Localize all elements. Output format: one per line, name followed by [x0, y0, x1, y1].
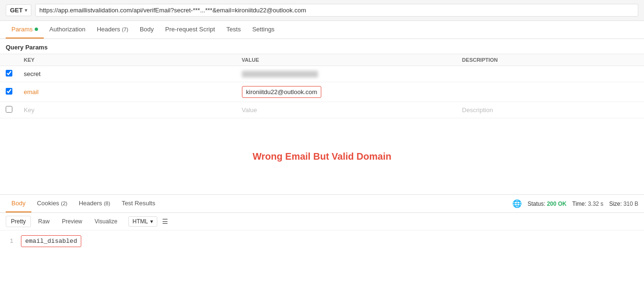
- tab-authorization[interactable]: Authorization: [44, 21, 91, 38]
- url-input[interactable]: [35, 4, 638, 17]
- chevron-down-icon: ▾: [150, 218, 153, 225]
- key-placeholder: Key: [18, 102, 236, 118]
- globe-icon: 🌐: [512, 199, 522, 208]
- code-line: 1 email_disabled: [6, 235, 638, 247]
- format-tab-raw[interactable]: Raw: [33, 216, 55, 227]
- request-tabs: Params Authorization Headers (7) Body Pr…: [0, 21, 644, 39]
- key-email: email: [18, 82, 236, 102]
- method-label: GET: [10, 7, 23, 14]
- tab-prerequest-label: Pre-request Script: [165, 26, 215, 33]
- tab-headers-label: Headers (7): [97, 26, 128, 33]
- desc-placeholder: Description: [456, 102, 644, 118]
- tab-prerequest[interactable]: Pre-request Script: [160, 21, 221, 38]
- main-content: Wrong Email But Valid Domain: [0, 118, 644, 194]
- tab-settings-label: Settings: [252, 26, 275, 33]
- format-tab-preview[interactable]: Preview: [57, 216, 87, 227]
- tab-tests-label: Tests: [226, 26, 240, 33]
- table-row: secret: [0, 66, 644, 82]
- time-value: 3.32 s: [588, 201, 604, 207]
- params-table: KEY VALUE DESCRIPTION secret email: [0, 54, 644, 118]
- col-header-description: DESCRIPTION: [456, 54, 644, 66]
- size-value: 310 B: [624, 201, 638, 207]
- response-tab-cookies[interactable]: Cookies (2): [31, 195, 73, 212]
- format-type-select[interactable]: HTML ▾: [128, 216, 157, 227]
- response-tab-testresults[interactable]: Test Results: [116, 195, 161, 212]
- code-content-highlighted: email_disabled: [21, 235, 81, 247]
- status-ok: 200 OK: [547, 201, 567, 207]
- format-tab-pretty[interactable]: Pretty: [6, 216, 31, 227]
- url-bar: GET ▾: [0, 0, 644, 21]
- value-secret: [236, 66, 457, 82]
- key-secret: secret: [18, 66, 236, 82]
- status-label: Status: 200 OK: [528, 201, 567, 207]
- tab-params-label: Params: [11, 26, 33, 33]
- checkbox-secret[interactable]: [6, 70, 12, 77]
- size-label: Size: 310 B: [609, 201, 638, 207]
- tab-authorization-label: Authorization: [49, 26, 86, 33]
- method-select[interactable]: GET ▾: [6, 4, 31, 16]
- checkbox-email[interactable]: [6, 88, 12, 95]
- line-number: 1: [6, 238, 13, 245]
- email-value-highlighted: kironiitdu22@outlook.com: [242, 86, 322, 98]
- table-row: email kironiitdu22@outlook.com: [0, 82, 644, 102]
- params-dot: [35, 28, 38, 31]
- format-tab-visualize[interactable]: Visualize: [89, 216, 123, 227]
- format-tabs: Pretty Raw Preview Visualize HTML ▾ ☰: [0, 213, 644, 230]
- row-check-secret[interactable]: [0, 66, 18, 82]
- tab-body-label: Body: [140, 26, 154, 33]
- tab-headers[interactable]: Headers (7): [91, 21, 134, 38]
- col-header-value: VALUE: [236, 54, 457, 66]
- row-check-new[interactable]: [0, 102, 18, 118]
- response-tabs: Body Cookies (2) Headers (8) Test Result…: [0, 195, 644, 213]
- code-area: 1 email_disabled: [0, 230, 644, 252]
- tab-settings[interactable]: Settings: [247, 21, 280, 38]
- time-label: Time: 3.32 s: [572, 201, 604, 207]
- table-row: Key Value Description: [0, 102, 644, 118]
- response-status-bar: 🌐 Status: 200 OK Time: 3.32 s Size: 310 …: [512, 199, 638, 208]
- value-placeholder: Value: [236, 102, 457, 118]
- tab-tests[interactable]: Tests: [221, 21, 246, 38]
- checkbox-new[interactable]: [6, 106, 12, 113]
- response-section: Body Cookies (2) Headers (8) Test Result…: [0, 194, 644, 252]
- wrap-icon[interactable]: ☰: [162, 218, 168, 225]
- chevron-down-icon: ▾: [25, 8, 27, 13]
- response-tab-body[interactable]: Body: [6, 195, 31, 212]
- response-tab-headers[interactable]: Headers (8): [73, 195, 116, 212]
- desc-secret: [456, 66, 644, 82]
- query-params-title: Query Params: [0, 39, 644, 54]
- col-header-key: KEY: [18, 54, 236, 66]
- col-header-check: [0, 54, 18, 66]
- main-message: Wrong Email But Valid Domain: [253, 151, 392, 162]
- tab-params[interactable]: Params: [6, 21, 44, 38]
- secret-value-blurred: [242, 71, 318, 77]
- html-select-label: HTML: [133, 218, 148, 225]
- headers-badge: (7): [122, 27, 128, 32]
- row-check-email[interactable]: [0, 82, 18, 102]
- code-text: email_disabled: [25, 238, 77, 245]
- desc-email: [456, 82, 644, 102]
- tab-body[interactable]: Body: [134, 21, 160, 38]
- value-email: kironiitdu22@outlook.com: [236, 82, 457, 102]
